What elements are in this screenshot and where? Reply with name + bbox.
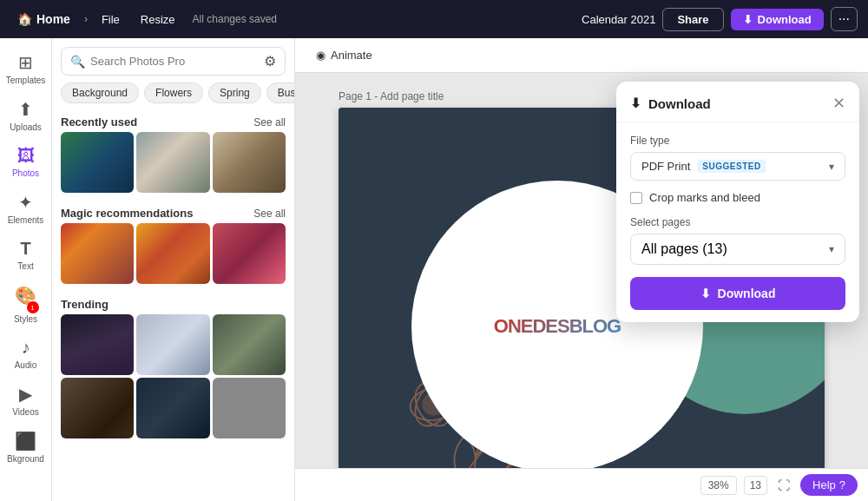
sidebar-item-text[interactable]: T Text [0, 232, 51, 278]
select-pages-value: All pages (13) [641, 241, 727, 257]
trending-title: Trending [61, 298, 108, 311]
photo-thumb[interactable] [213, 314, 286, 375]
modal-download-btn-icon: ⬇ [700, 287, 711, 300]
recently-used-header: Recently used See all [52, 110, 294, 132]
magic-recs-title: Magic recommendations [61, 207, 193, 220]
templates-icon: ⊞ [18, 52, 33, 73]
search-input[interactable] [90, 55, 259, 68]
home-icon: 🏠 [17, 12, 32, 26]
file-type-value: PDF Print SUGGESTED [641, 160, 766, 173]
canvas-bottom-bar: 38% 13 ⛶ Help ? [295, 468, 868, 501]
magic-recs-grid [52, 223, 294, 284]
trending-header: Trending [52, 293, 294, 314]
recently-used-see-all[interactable]: See all [253, 116, 286, 129]
photo-thumb[interactable] [136, 314, 209, 375]
filter-icon[interactable]: ⚙ [264, 53, 276, 69]
home-label: Home [36, 12, 70, 26]
photo-thumb[interactable] [136, 378, 209, 438]
select-pages-select[interactable]: All pages (13) ▾ [630, 234, 845, 265]
canvas-toolbar: ◉ Animate [295, 38, 868, 73]
recently-used-title: Recently used [61, 115, 137, 129]
trending-grid [52, 314, 294, 438]
sidebar-item-videos[interactable]: ▶ Videos [0, 377, 51, 424]
tag-background[interactable]: Background [61, 82, 139, 103]
file-type-label: File type [630, 135, 845, 147]
search-icon: 🔍 [70, 55, 85, 69]
modal-title: ⬇ Download [630, 96, 711, 111]
text-icon: T [20, 239, 30, 259]
modal-body: File type PDF Print SUGGESTED ▾ Crop mar… [616, 122, 859, 322]
download-modal: ⬇ Download ✕ File type PDF Print SUGGEST… [616, 82, 859, 322]
resize-button[interactable]: Resize [134, 10, 182, 30]
elements-icon: ✦ [18, 192, 33, 213]
sidebar-item-styles[interactable]: 🎨 1 Styles [0, 278, 51, 331]
search-bar[interactable]: 🔍 ⚙ [61, 47, 286, 76]
more-options-button[interactable]: ··· [831, 7, 858, 31]
animate-button[interactable]: ◉ Animate [309, 45, 379, 65]
document-title: Calendar 2021 [582, 13, 655, 26]
crop-marks-checkbox[interactable] [630, 192, 642, 204]
modal-close-button[interactable]: ✕ [832, 94, 845, 113]
photos-icon: 🖼 [17, 146, 35, 166]
animate-icon: ◉ [316, 49, 326, 62]
nav-download-button[interactable]: ⬇ Download [731, 9, 824, 30]
panel-scroll: Recently used See all Magic recommendati… [52, 110, 294, 501]
fullscreen-button[interactable]: ⛶ [774, 477, 793, 494]
audio-icon: ♪ [22, 338, 30, 358]
help-button[interactable]: Help ? [800, 474, 858, 496]
download-icon: ⬇ [743, 13, 753, 26]
photo-thumb[interactable] [213, 378, 286, 438]
magic-recs-header: Magic recommendations See all [52, 201, 294, 223]
sidebar-item-elements[interactable]: ✦ Elements [0, 185, 51, 232]
magic-recs-see-all[interactable]: See all [253, 208, 286, 220]
zoom-level[interactable]: 38% [700, 476, 737, 495]
styles-badge: 1 [27, 301, 39, 313]
top-navigation: 🏠 Home › File Resize All changes saved C… [0, 0, 868, 38]
crop-marks-row: Crop marks and bleed [630, 191, 845, 204]
recently-used-grid [52, 132, 294, 193]
file-button[interactable]: File [95, 10, 127, 30]
photo-thumb[interactable] [61, 314, 134, 375]
main-layout: ⊞ Templates ⬆ Uploads 🖼 Photos ✦ Element… [0, 38, 868, 501]
modal-download-icon: ⬇ [630, 96, 641, 111]
photo-thumb[interactable] [136, 132, 209, 193]
photo-thumb[interactable] [61, 223, 134, 284]
tag-spring[interactable]: Spring [208, 82, 261, 103]
pages-chevron-icon: ▾ [829, 243, 834, 255]
year-text: 2021 [685, 461, 800, 468]
photo-panel: 🔍 ⚙ Background Flowers Spring Busin... ›… [52, 38, 295, 501]
chevron-down-icon: ▾ [829, 161, 834, 173]
uploads-icon: ⬆ [18, 99, 33, 120]
sidebar-item-uploads[interactable]: ⬆ Uploads [0, 92, 51, 139]
share-button[interactable]: Share [662, 8, 723, 31]
saved-status: All changes saved [193, 13, 575, 25]
crop-marks-label: Crop marks and bleed [649, 191, 760, 204]
sidebar-item-audio[interactable]: ♪ Audio [0, 331, 51, 377]
icon-sidebar: ⊞ Templates ⬆ Uploads 🖼 Photos ✦ Element… [0, 38, 52, 501]
select-pages-label: Select pages [630, 216, 845, 228]
tag-row: Background Flowers Spring Busin... › [52, 82, 294, 110]
tag-business[interactable]: Busin... [266, 82, 294, 103]
photo-thumb[interactable] [61, 132, 134, 193]
photo-thumb[interactable] [213, 132, 286, 193]
modal-download-button[interactable]: ⬇ Download [630, 277, 845, 310]
sidebar-item-photos[interactable]: 🖼 Photos [0, 139, 51, 185]
home-button[interactable]: 🏠 Home [10, 9, 77, 30]
canvas-area: ◉ Animate Page 1 - Add page title [295, 38, 868, 501]
logo-text: ONEDESBLOG [494, 315, 621, 338]
suggested-badge: SUGGESTED [697, 160, 766, 173]
page-number[interactable]: 13 [744, 476, 767, 495]
background-icon: ⬛ [15, 431, 36, 452]
photo-thumb[interactable] [61, 378, 134, 438]
photo-thumb[interactable] [213, 223, 286, 284]
sidebar-item-background[interactable]: ⬛ Bkground [0, 424, 51, 471]
videos-icon: ▶ [19, 384, 32, 405]
file-type-select[interactable]: PDF Print SUGGESTED ▾ [630, 152, 845, 181]
sidebar-item-templates[interactable]: ⊞ Templates [0, 45, 51, 92]
photo-thumb[interactable] [136, 223, 209, 284]
tag-flowers[interactable]: Flowers [144, 82, 203, 103]
modal-header: ⬇ Download ✕ [616, 82, 859, 122]
nav-separator: › [84, 13, 88, 25]
